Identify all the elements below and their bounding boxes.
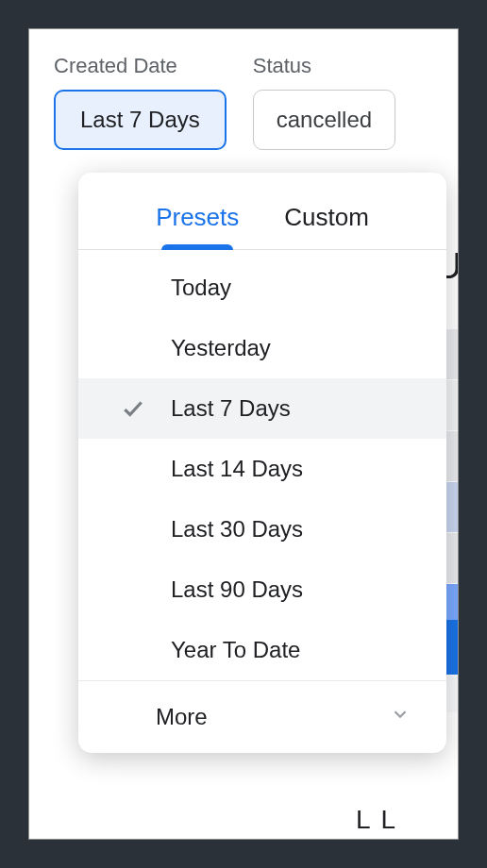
filter-label-status: Status <box>253 54 395 78</box>
dropdown-option-label: Last 7 Days <box>171 395 291 422</box>
dropdown-option-label: Year To Date <box>171 637 300 663</box>
dropdown-option[interactable]: Today <box>78 258 446 318</box>
tab-presets[interactable]: Presets <box>156 203 239 249</box>
dropdown-option-label: Last 90 Days <box>171 576 303 603</box>
dropdown-option[interactable]: Last 14 Days <box>78 439 446 499</box>
dropdown-option[interactable]: Last 90 Days <box>78 559 446 620</box>
filter-created-date: Created Date Last 7 Days <box>54 54 227 150</box>
filter-label-created-date: Created Date <box>54 54 227 78</box>
tab-custom[interactable]: Custom <box>284 203 369 249</box>
dropdown-option[interactable]: Last 7 Days <box>78 378 446 439</box>
filter-pill-status-value: cancelled <box>277 107 372 132</box>
date-preset-dropdown: Presets Custom TodayYesterdayLast 7 Days… <box>78 173 446 753</box>
dropdown-option[interactable]: Yesterday <box>78 318 446 378</box>
dropdown-option[interactable]: Last 30 Days <box>78 499 446 559</box>
filter-status: Status cancelled <box>253 54 395 150</box>
filter-pill-created-date-value: Last 7 Days <box>80 107 200 132</box>
dropdown-option-label: Today <box>171 275 231 301</box>
tab-presets-label: Presets <box>156 203 239 231</box>
panel: Created Date Last 7 Days Status cancelle… <box>28 28 459 840</box>
check-icon <box>120 395 146 422</box>
dropdown-option-label: Last 30 Days <box>171 516 303 542</box>
dropdown-option-label: Yesterday <box>171 335 271 361</box>
dropdown-option-label: Last 14 Days <box>171 456 303 482</box>
chevron-down-icon <box>390 704 411 730</box>
filters-row: Created Date Last 7 Days Status cancelle… <box>54 54 439 150</box>
dropdown-tabs: Presets Custom <box>78 173 446 250</box>
background-bottom-text: L L <box>356 805 397 835</box>
dropdown-list: TodayYesterdayLast 7 DaysLast 14 DaysLas… <box>78 258 446 680</box>
tab-custom-label: Custom <box>284 203 369 231</box>
dropdown-more-label: More <box>156 704 208 730</box>
dropdown-more[interactable]: More <box>78 680 446 753</box>
filter-pill-status[interactable]: cancelled <box>253 90 395 150</box>
dropdown-option[interactable]: Year To Date <box>78 620 446 680</box>
filter-pill-created-date[interactable]: Last 7 Days <box>54 90 227 150</box>
